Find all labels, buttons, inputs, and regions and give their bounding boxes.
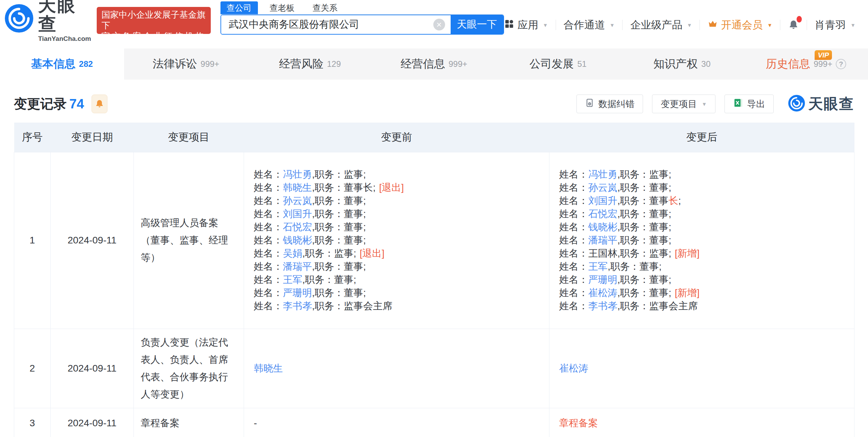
nav-divider bbox=[780, 20, 780, 30]
separator: ; bbox=[363, 222, 366, 232]
subscribe-bell-button[interactable] bbox=[92, 95, 107, 113]
person-entry: 姓名：钱晓彬,职务：董事; bbox=[559, 221, 844, 234]
nav-user-label: 肖青羽 bbox=[815, 18, 846, 32]
person-name-link[interactable]: 王军 bbox=[283, 274, 302, 285]
change-item-cell: 章程备案 bbox=[134, 408, 244, 437]
search-button[interactable]: 天眼一下 bbox=[451, 15, 503, 34]
tab-legal-proceedings-count: 999+ bbox=[201, 59, 219, 69]
person-name-link[interactable]: 李书孝 bbox=[588, 301, 617, 311]
nav-user[interactable]: 肖青羽▼ bbox=[815, 18, 856, 32]
person-entry: 姓名：刘国升,职务：董事; bbox=[254, 207, 539, 221]
role-label: ,职务： bbox=[617, 274, 649, 285]
after-change-cell: 崔松涛 bbox=[549, 329, 854, 408]
person-name-link[interactable]: 潘瑞平 bbox=[588, 235, 617, 246]
chevron-down-icon: ▼ bbox=[610, 22, 615, 28]
tab-operating-info-count: 999+ bbox=[449, 59, 467, 69]
tianyancha-logo[interactable]: 天眼查 TianYanCha.com bbox=[5, 3, 91, 35]
role-label: ,职务： bbox=[312, 169, 344, 180]
role-value: 董事 bbox=[649, 235, 669, 246]
correction-icon bbox=[585, 98, 595, 110]
person-name-link[interactable]: 严珊明 bbox=[588, 274, 617, 285]
tab-history-info[interactable]: VIP历史信息999+? bbox=[744, 48, 868, 80]
person-name-link[interactable]: 潘瑞平 bbox=[283, 261, 312, 272]
data-correction-button[interactable]: 数据纠错 bbox=[576, 95, 643, 113]
nav-enterprise-products-label: 企业级产品 bbox=[630, 18, 682, 32]
person-name-link[interactable]: 冯壮勇 bbox=[588, 169, 617, 180]
separator: ; bbox=[669, 222, 671, 232]
person-name-link[interactable]: 崔松涛 bbox=[588, 287, 617, 298]
person-name-link[interactable]: 韩晓生 bbox=[254, 363, 283, 374]
search-tabs: 查公司查老板查关系 bbox=[220, 1, 504, 15]
person-name-link[interactable]: 崔松涛 bbox=[559, 363, 588, 374]
search-input[interactable] bbox=[221, 15, 433, 34]
role-label: ,职务： bbox=[312, 222, 344, 232]
person-entry: 姓名：钱晓彬,职务：董事; bbox=[254, 234, 539, 247]
change-item-filter-button[interactable]: 变更项目 ▼ bbox=[652, 95, 715, 113]
chevron-down-icon: ▼ bbox=[687, 22, 692, 28]
change-tag: [新增] bbox=[675, 287, 700, 298]
search-tab-boss[interactable]: 查老板 bbox=[263, 1, 301, 14]
tab-company-development[interactable]: 公司发展51 bbox=[496, 48, 620, 80]
person-entry: 姓名：李书孝,职务：监事会主席 bbox=[559, 300, 844, 313]
role-value: 董事 bbox=[649, 208, 669, 219]
before-change-cell: - bbox=[244, 408, 549, 437]
tab-operating-risk[interactable]: 经营风险129 bbox=[248, 48, 372, 80]
tab-intellectual-property-count: 30 bbox=[701, 59, 711, 69]
nav-notifications[interactable] bbox=[788, 19, 799, 30]
tab-intellectual-property-label: 知识产权 bbox=[653, 56, 698, 72]
separator: ; bbox=[354, 274, 356, 285]
role-value: 董事 bbox=[649, 222, 669, 232]
person-entry: 姓名：韩晓生,职务：董事长;[退出] bbox=[254, 181, 539, 194]
person-name-link[interactable]: 孙云岚 bbox=[283, 195, 312, 206]
name-label: 姓名： bbox=[559, 208, 588, 219]
help-icon[interactable]: ? bbox=[836, 59, 846, 69]
name-label: 姓名： bbox=[559, 182, 588, 193]
nav-apps[interactable]: 应用▼ bbox=[504, 18, 548, 32]
col-header-item: 变更项目 bbox=[134, 123, 244, 152]
nav-membership[interactable]: 开通会员▼ bbox=[708, 18, 772, 32]
change-date-cell: 2024-09-11 bbox=[51, 408, 134, 437]
role-label: ,职务： bbox=[312, 287, 344, 298]
role-value: 董事 bbox=[649, 182, 669, 193]
tab-legal-proceedings[interactable]: 法律诉讼999+ bbox=[124, 48, 248, 80]
person-name-link[interactable]: 刘国升 bbox=[283, 208, 312, 219]
row-index-cell: 1 bbox=[14, 152, 51, 329]
export-button[interactable]: 导出 bbox=[724, 95, 774, 113]
tab-intellectual-property[interactable]: 知识产权30 bbox=[620, 48, 744, 80]
role-highlight: 长 bbox=[669, 195, 678, 206]
role-label: ,职务： bbox=[312, 235, 344, 246]
person-name-link[interactable]: 刘国升 bbox=[588, 195, 617, 206]
tab-operating-risk-count: 129 bbox=[327, 59, 341, 69]
separator: ; bbox=[669, 287, 671, 298]
person-name-link[interactable]: 石悦宏 bbox=[588, 208, 617, 219]
nav-divider bbox=[807, 20, 807, 30]
search-tab-company[interactable]: 查公司 bbox=[220, 1, 258, 14]
nav-partner-channel[interactable]: 合作通道▼ bbox=[564, 18, 615, 32]
name-label: 姓名： bbox=[559, 261, 588, 272]
person-name-link[interactable]: 冯壮勇 bbox=[283, 169, 312, 180]
role-value: 监事 bbox=[334, 248, 354, 259]
apps-icon bbox=[504, 19, 514, 32]
person-entry: 姓名：石悦宏,职务：董事; bbox=[559, 207, 844, 221]
search-tab-relation[interactable]: 查关系 bbox=[306, 1, 344, 14]
person-name-link[interactable]: 吴娟 bbox=[283, 248, 302, 259]
change-tag: [退出] bbox=[360, 248, 385, 259]
person-name-link[interactable]: 李书孝 bbox=[283, 301, 312, 311]
tab-operating-info[interactable]: 经营信息999+ bbox=[372, 48, 496, 80]
role-label: ,职务： bbox=[617, 235, 649, 246]
role-label: ,职务： bbox=[312, 195, 344, 206]
clear-search-icon[interactable]: × bbox=[433, 19, 445, 30]
person-name-link[interactable]: 钱晓彬 bbox=[283, 235, 312, 246]
person-name-link[interactable]: 钱晓彬 bbox=[588, 222, 617, 232]
person-name-link[interactable]: 王军 bbox=[588, 261, 608, 272]
tab-basic-info[interactable]: 基本信息282 bbox=[0, 48, 124, 80]
nav-enterprise-products[interactable]: 企业级产品▼ bbox=[630, 18, 692, 32]
person-name-link[interactable]: 严珊明 bbox=[283, 287, 312, 298]
role-value: 监事 bbox=[649, 248, 669, 259]
vip-badge: VIP bbox=[815, 50, 832, 60]
section-toolbar: 数据纠错 变更项目 ▼ 导出 bbox=[576, 94, 854, 114]
person-name-link[interactable]: 韩晓生 bbox=[283, 182, 312, 193]
name-label: 姓名： bbox=[559, 195, 588, 206]
person-name-link[interactable]: 孙云岚 bbox=[588, 182, 617, 193]
person-name-link[interactable]: 石悦宏 bbox=[283, 222, 312, 232]
